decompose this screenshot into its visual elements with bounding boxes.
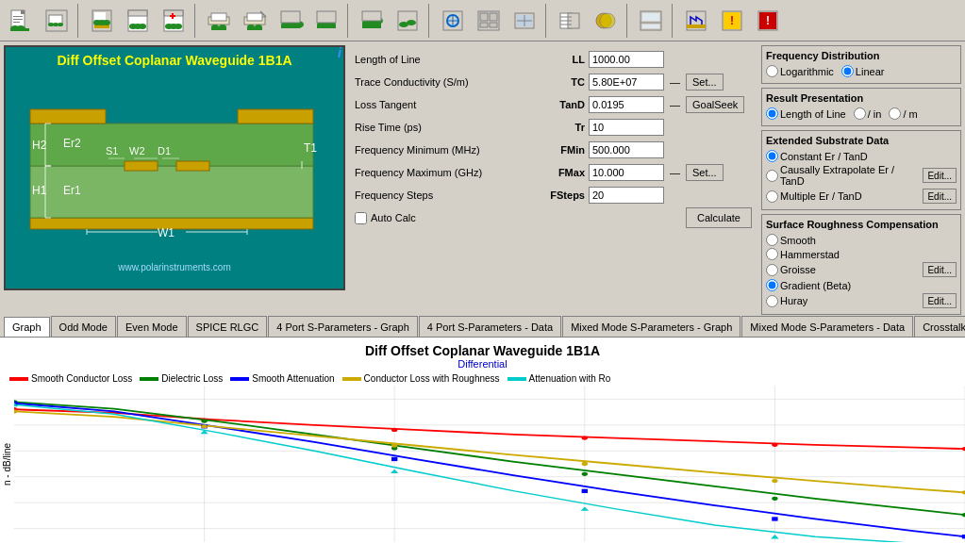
sr-gradient-label[interactable]: Gradient (Beta) (766, 279, 957, 291)
tc-input[interactable] (589, 74, 664, 91)
result-pres-title: Result Presentation (766, 92, 957, 104)
fmax-set-btn[interactable]: Set... (686, 164, 724, 181)
sr-groisse-label[interactable]: Groisse (766, 264, 919, 276)
fmax-input[interactable] (589, 164, 664, 181)
sr-groisse-radio[interactable] (766, 264, 778, 276)
toolbar-btn-11[interactable] (391, 4, 424, 38)
ext-sub-const-row: Constant Er / TanD (766, 150, 957, 162)
toolbar-btn-8[interactable] (274, 4, 308, 38)
result-pres-lol-radio[interactable] (766, 107, 778, 120)
toolbar-btn-19[interactable]: ! (715, 4, 749, 38)
svg-point-57 (407, 20, 416, 25)
tab-even-mode[interactable]: Even Mode (117, 316, 187, 337)
ext-sub-causally-radio[interactable] (766, 170, 778, 182)
sr-huray-edit-btn[interactable]: Edit... (923, 293, 957, 308)
toolbar-btn-3[interactable] (85, 4, 119, 38)
param-row-ll: Length of Line LL (355, 49, 752, 70)
chart-svg[interactable]: 0 -0.2 -0.4 -0.6 -0.8 -1.0 (14, 386, 965, 542)
ext-sub-const-radio[interactable] (766, 150, 778, 162)
ext-sub-multi-radio[interactable] (766, 190, 778, 203)
tab-4port-sparams-data[interactable]: 4 Port S-Parameters - Data (419, 316, 561, 337)
tand-goalseek-btn[interactable]: GoalSeek (686, 96, 744, 113)
freq-dist-lin-label[interactable]: Linear (841, 65, 885, 77)
tab-graph[interactable]: Graph (4, 317, 50, 338)
svg-rect-63 (480, 13, 488, 21)
toolbar-sep-7 (672, 4, 675, 38)
toolbar: ! ! (0, 0, 965, 41)
toolbar-btn-1[interactable] (4, 4, 38, 38)
toolbar-btn-18[interactable] (679, 4, 713, 38)
info-icon[interactable]: i (338, 45, 341, 60)
bottom-section: Graph Odd Mode Even Mode SPICE RLGC 4 Po… (0, 315, 965, 560)
calculate-btn[interactable]: Calculate (686, 207, 752, 228)
toolbar-sep-2 (194, 4, 198, 38)
toolbar-btn-16[interactable] (589, 4, 623, 38)
toolbar-btn-7[interactable] (238, 4, 272, 38)
svg-text:T1: T1 (304, 141, 317, 155)
sr-huray-radio[interactable] (766, 295, 778, 307)
sr-smooth-radio[interactable] (766, 234, 778, 246)
svg-rect-50 (317, 11, 336, 23)
freq-dist-log-label[interactable]: Logarithmic (766, 65, 834, 77)
pt-yel-4 (772, 479, 777, 483)
sr-gradient-row: Gradient (Beta) (766, 279, 957, 291)
tab-crosstalk[interactable]: Crosstalk (914, 316, 965, 337)
svg-rect-3 (13, 19, 23, 20)
toolbar-btn-9[interactable] (309, 4, 343, 38)
legend-conductor-rough-label: Conductor Loss with Roughness (364, 373, 500, 384)
tand-input[interactable] (589, 96, 664, 113)
svg-text:!: ! (766, 14, 770, 27)
sr-groisse-edit-btn[interactable]: Edit... (923, 262, 957, 277)
toolbar-btn-12[interactable] (436, 4, 470, 38)
toolbar-btn-6[interactable] (202, 4, 236, 38)
ll-input[interactable] (589, 51, 664, 68)
fsteps-code: FSteps (538, 189, 585, 201)
toolbar-btn-20[interactable]: ! (751, 4, 785, 38)
pt-yel-2 (391, 443, 397, 447)
toolbar-btn-17[interactable] (634, 4, 668, 38)
tab-mixed-mode-data[interactable]: Mixed Mode S-Parameters - Data (741, 316, 913, 337)
fsteps-input[interactable] (589, 187, 664, 204)
toolbar-btn-4[interactable] (121, 4, 155, 38)
toolbar-btn-14[interactable] (507, 4, 541, 38)
ext-sub-causally-edit-btn[interactable]: Edit... (923, 168, 957, 183)
tr-input[interactable] (589, 119, 664, 136)
result-pres-m-radio[interactable] (889, 107, 901, 120)
ext-sub-causally-label[interactable]: Causally Extrapolate Er / TanD (766, 164, 919, 187)
svg-rect-40 (247, 27, 262, 30)
sr-hammerstad-label[interactable]: Hammerstad (766, 248, 840, 260)
tc-set-btn[interactable]: Set... (686, 74, 724, 91)
sr-huray-label[interactable]: Huray (766, 295, 919, 307)
freq-dist-log-radio[interactable] (766, 65, 778, 77)
freq-dist-lin-radio[interactable] (841, 65, 854, 77)
tab-odd-mode[interactable]: Odd Mode (51, 316, 116, 337)
svg-rect-37 (247, 13, 262, 21)
toolbar-btn-15[interactable] (553, 4, 587, 38)
svg-rect-64 (490, 13, 497, 21)
result-pres-in-radio[interactable] (854, 107, 866, 120)
toolbar-sep-5 (545, 4, 549, 38)
sr-hammerstad-radio[interactable] (766, 248, 778, 260)
toolbar-btn-13[interactable] (472, 4, 506, 38)
ext-sub-multi-edit-btn[interactable]: Edit... (923, 189, 957, 204)
ext-sub-const-label[interactable]: Constant Er / TanD (766, 150, 957, 162)
legend-conductor-rough-color (342, 377, 361, 381)
toolbar-btn-2[interactable] (40, 4, 74, 38)
tab-4port-sparams-graph[interactable]: 4 Port S-Parameters - Graph (268, 316, 418, 337)
sr-smooth-label[interactable]: Smooth (766, 234, 816, 246)
result-pres-m-label[interactable]: / m (889, 107, 917, 120)
ext-sub-multi-label[interactable]: Multiple Er / TanD (766, 190, 919, 203)
sr-gradient-radio[interactable] (766, 279, 778, 291)
legend-conductor-rough: Conductor Loss with Roughness (342, 373, 500, 384)
result-pres-lol-label[interactable]: Length of Line (766, 107, 846, 120)
legend-smooth-conductor-color (9, 377, 28, 381)
fmin-input[interactable] (589, 141, 664, 158)
toolbar-btn-5[interactable] (157, 4, 191, 38)
tab-spice-rlgc[interactable]: SPICE RLGC (188, 316, 268, 337)
autocalc-checkbox[interactable] (355, 212, 367, 224)
toolbar-btn-10[interactable] (355, 4, 389, 38)
tab-mixed-mode-graph[interactable]: Mixed Mode S-Parameters - Graph (562, 316, 740, 337)
svg-rect-4 (13, 22, 20, 23)
result-pres-in-label[interactable]: / in (854, 107, 882, 120)
toolbar-sep-6 (626, 4, 630, 38)
